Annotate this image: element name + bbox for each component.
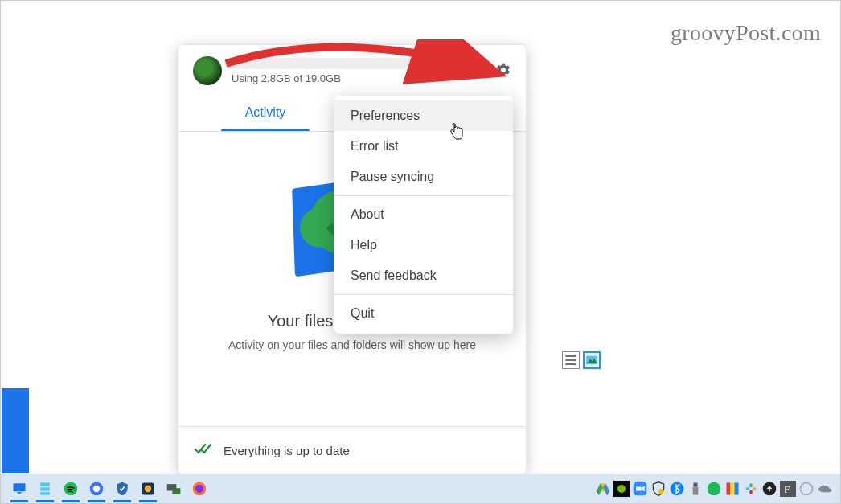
svg-rect-6 — [14, 483, 26, 491]
svg-rect-7 — [18, 492, 22, 494]
svg-rect-17 — [172, 488, 180, 494]
menu-separator — [334, 195, 513, 196]
svg-rect-35 — [735, 483, 739, 495]
menu-item-error-list[interactable]: Error list — [334, 131, 513, 162]
popup-footer: Everything is up to date — [178, 426, 526, 474]
svg-point-32 — [708, 482, 721, 496]
settings-menu: Preferences Error list Pause syncing Abo… — [334, 96, 513, 334]
double-check-icon — [195, 441, 212, 460]
menu-item-about[interactable]: About — [334, 199, 513, 230]
svg-point-19 — [195, 485, 203, 493]
tray-usb-icon[interactable] — [687, 477, 704, 501]
storage-usage-text: Using 2.8GB of 19.0GB — [232, 72, 482, 84]
windows-taskbar: F — [1, 474, 840, 503]
svg-point-13 — [93, 486, 100, 492]
svg-rect-31 — [693, 487, 699, 495]
svg-point-15 — [145, 486, 151, 492]
svg-rect-10 — [40, 492, 50, 494]
menu-item-quit[interactable]: Quit — [334, 298, 513, 329]
settings-button[interactable] — [492, 59, 515, 82]
svg-rect-30 — [694, 483, 698, 487]
taskbar-app-monitor-icon[interactable] — [7, 477, 31, 501]
taskbar-app-spotify-icon[interactable] — [59, 477, 83, 501]
tray-slack-icon[interactable] — [742, 477, 760, 501]
account-email-redacted — [232, 58, 425, 69]
status-subline: Activity on your files and folders will … — [228, 338, 476, 351]
watermark-text: groovyPost.com — [671, 20, 821, 46]
list-view-icon[interactable] — [562, 351, 580, 369]
tray-nvidia-icon[interactable] — [613, 477, 630, 501]
svg-rect-38 — [749, 483, 752, 487]
menu-item-help[interactable]: Help — [334, 230, 513, 260]
popup-header: Using 2.8GB of 19.0GB — [178, 45, 526, 93]
svg-rect-9 — [40, 487, 50, 490]
desktop-window-fragment — [2, 388, 29, 473]
tray-color-icon[interactable] — [724, 477, 741, 501]
cursor-hand-icon — [449, 123, 464, 145]
account-avatar[interactable] — [193, 56, 222, 85]
taskbar-app-snagit-icon[interactable] — [136, 477, 160, 501]
svg-rect-37 — [753, 487, 757, 490]
svg-rect-8 — [40, 483, 50, 486]
tray-onedrive-icon[interactable] — [816, 477, 834, 501]
svg-point-24 — [617, 485, 626, 493]
menu-item-preferences[interactable]: Preferences — [334, 100, 513, 131]
tray-bluetooth-icon[interactable] — [668, 477, 686, 501]
tray-f-app-icon[interactable]: F — [779, 477, 797, 501]
thumbnail-view-icon[interactable] — [583, 351, 601, 369]
taskbar-app-server-icon[interactable] — [33, 477, 57, 501]
svg-rect-33 — [727, 483, 731, 495]
taskbar-app-firefox-icon[interactable] — [187, 477, 211, 501]
menu-item-send-feedback[interactable]: Send feedback — [334, 260, 513, 291]
menu-item-pause-syncing[interactable]: Pause syncing — [334, 162, 513, 192]
svg-rect-26 — [636, 487, 642, 491]
tray-google-drive-icon[interactable] — [594, 477, 612, 501]
svg-rect-3 — [586, 356, 597, 365]
tray-spotify-icon[interactable] — [705, 477, 723, 501]
tray-sync-idle-icon[interactable] — [798, 477, 815, 501]
footer-status-text: Everything is up to date — [224, 444, 350, 457]
tray-cloud-upload-icon[interactable] — [761, 477, 778, 501]
tab-activity[interactable]: Activity — [178, 93, 352, 131]
account-info: Using 2.8GB of 19.0GB — [232, 58, 482, 84]
taskbar-app-signal-icon[interactable] — [84, 477, 109, 501]
taskbar-app-shield-icon[interactable] — [110, 477, 134, 501]
gear-icon — [495, 62, 511, 80]
menu-separator — [334, 294, 513, 295]
tray-zoom-icon[interactable] — [631, 477, 649, 501]
svg-rect-39 — [749, 490, 752, 494]
svg-point-43 — [801, 483, 813, 495]
svg-point-28 — [658, 489, 664, 494]
svg-text:F: F — [784, 483, 790, 495]
system-tray: F — [594, 477, 834, 501]
svg-rect-34 — [731, 483, 735, 495]
tray-security-icon[interactable] — [650, 477, 667, 501]
svg-rect-36 — [745, 487, 749, 490]
taskbar-app-remote-icon[interactable] — [162, 477, 186, 501]
view-switch-group — [562, 351, 601, 369]
